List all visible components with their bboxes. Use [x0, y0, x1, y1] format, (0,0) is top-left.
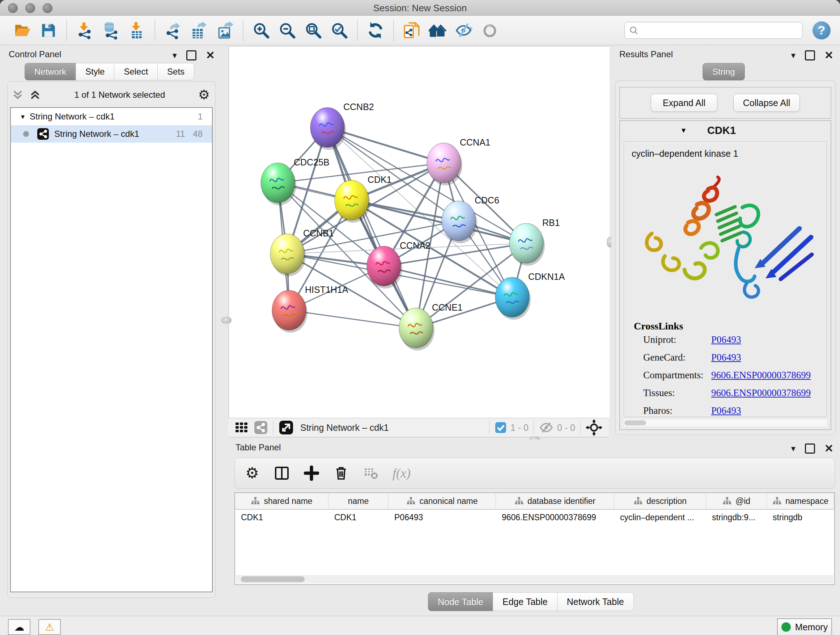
network-node-rb1[interactable]: RB1	[509, 218, 560, 266]
open-view-in-window-icon[interactable]	[279, 420, 294, 435]
tab-select[interactable]: Select	[114, 63, 158, 80]
close-panel-icon[interactable]: ✕	[206, 50, 215, 61]
column-header-database-identifier[interactable]: database identifier	[496, 493, 614, 509]
left-splitter-handle[interactable]	[221, 317, 232, 323]
selected-checkbox-icon[interactable]	[494, 421, 507, 434]
network-node-ccnb2[interactable]: CCNB2	[310, 102, 374, 150]
grid-view-icon[interactable]	[234, 420, 248, 435]
crosslink-value-link[interactable]: P06493	[711, 334, 741, 345]
tab-network-table[interactable]: Network Table	[557, 592, 634, 611]
network-options-gear-icon[interactable]: ⚙	[198, 88, 210, 101]
warnings-button[interactable]: ⚠	[38, 619, 61, 635]
table-cell[interactable]: 9606.ENSP00000378699	[496, 510, 614, 526]
column-header-namespace[interactable]: namespace	[767, 493, 834, 509]
zoom-selected-icon[interactable]	[330, 21, 349, 40]
network-node-cdkn1a[interactable]: CDKN1A	[495, 272, 565, 320]
expand-all-icon[interactable]	[29, 89, 41, 101]
zoom-out-icon[interactable]	[278, 21, 297, 40]
tab-style[interactable]: Style	[76, 63, 114, 80]
network-badge-icon[interactable]	[254, 420, 268, 435]
close-panel-icon[interactable]: ✕	[824, 50, 834, 61]
crosslink-value-link[interactable]: P06493	[711, 352, 741, 363]
export-network-icon[interactable]	[163, 21, 183, 40]
function-builder-icon[interactable]: f(x)	[393, 466, 411, 481]
import-table-from-file-icon[interactable]	[127, 21, 147, 40]
column-header-description[interactable]: description	[614, 493, 706, 509]
add-column-icon[interactable]	[303, 465, 319, 481]
export-image-icon[interactable]	[215, 21, 235, 40]
network-node-cdc6[interactable]: CDC6	[442, 195, 499, 243]
table-cell[interactable]: stringdb:9...	[706, 510, 767, 526]
panel-menu-icon[interactable]: ▾	[791, 51, 796, 60]
tab-sets[interactable]: Sets	[157, 63, 194, 80]
table-row[interactable]: CDK1CDK1P064939606.ENSP00000378699cyclin…	[235, 510, 834, 526]
crosslink-label: GeneCard:	[643, 352, 711, 363]
network-node-cdc25b[interactable]: CDC25B	[261, 157, 330, 205]
cloud-status-button[interactable]: ☁	[8, 619, 30, 635]
table-cell[interactable]: P06493	[388, 510, 496, 526]
node-label: CDKN1A	[528, 272, 565, 282]
results-scrollbar[interactable]	[624, 419, 827, 426]
export-table-icon[interactable]	[189, 21, 209, 40]
open-session-icon[interactable]	[13, 21, 32, 40]
search-box[interactable]	[624, 22, 802, 39]
collapse-all-icon[interactable]	[11, 89, 24, 101]
hide-selected-icon[interactable]	[454, 21, 474, 40]
table-options-gear-icon[interactable]: ⚙	[244, 465, 260, 481]
crosslink-value-link[interactable]: 9606.ENSP00000378699	[711, 370, 811, 381]
network-view-toolbar: String Network – cdk1 1 - 0 0 - 0	[228, 418, 609, 437]
column-header-shared-name[interactable]: shared name	[235, 493, 328, 509]
table-cell[interactable]: stringdb	[767, 510, 834, 526]
home-networks-icon[interactable]	[428, 21, 447, 40]
column-header-name[interactable]: name	[328, 493, 388, 509]
zoom-in-icon[interactable]	[251, 21, 271, 40]
column-header--id[interactable]: @id	[706, 493, 767, 509]
preview-icon[interactable]	[480, 21, 500, 40]
panel-menu-icon[interactable]: ▾	[172, 51, 177, 60]
import-network-from-file-icon[interactable]	[75, 21, 95, 40]
save-session-icon[interactable]	[39, 21, 58, 40]
crosslink-value-link[interactable]: P06493	[711, 405, 741, 416]
column-header-canonical-name[interactable]: canonical name	[388, 493, 496, 509]
network-label: String Network – cdk1	[54, 129, 139, 139]
expand-all-button[interactable]: Expand All	[651, 94, 717, 112]
table-horizontal-scrollbar[interactable]	[236, 575, 834, 584]
show-columns-icon[interactable]	[274, 465, 290, 481]
network-node-ccne1[interactable]: CCNE1	[399, 302, 463, 350]
memory-button[interactable]: Memory	[777, 618, 832, 635]
zoom-fit-icon[interactable]	[303, 21, 323, 40]
float-panel-icon[interactable]	[805, 50, 815, 60]
collection-expand-icon[interactable]: ▾	[21, 112, 25, 121]
entry-collapse-icon[interactable]: ▾	[682, 126, 685, 135]
toolbar-separator	[243, 20, 243, 41]
clone-network-icon[interactable]	[402, 21, 422, 40]
float-panel-icon[interactable]	[186, 50, 196, 60]
close-panel-icon[interactable]: ✕	[824, 443, 834, 454]
network-row-selected[interactable]: String Network – cdk1 11 48	[11, 125, 212, 143]
delete-column-icon[interactable]	[333, 465, 349, 481]
tab-network[interactable]: Network	[25, 63, 76, 80]
float-panel-icon[interactable]	[805, 443, 815, 454]
table-cell[interactable]: CDK1	[235, 510, 328, 526]
hidden-eye-icon[interactable]	[539, 421, 554, 434]
tab-string[interactable]: String	[703, 63, 745, 80]
import-network-from-database-icon[interactable]	[101, 21, 120, 40]
collapse-all-button[interactable]: Collapse All	[733, 94, 800, 112]
delete-table-icon[interactable]	[363, 465, 379, 481]
search-input[interactable]	[638, 25, 798, 36]
table-cell[interactable]: CDK1	[328, 510, 388, 526]
network-collection-row[interactable]: ▾ String Network – cdk1 1	[11, 108, 212, 125]
network-edge[interactable]	[327, 127, 416, 328]
crosslink-value-link[interactable]: 9606.ENSP00000378699	[711, 387, 811, 399]
tab-edge-table[interactable]: Edge Table	[493, 592, 557, 611]
help-button[interactable]: ?	[813, 21, 831, 40]
table-cell[interactable]: cyclin–dependent ...	[614, 510, 706, 526]
network-edge[interactable]	[384, 266, 512, 297]
network-edge[interactable]	[289, 310, 416, 328]
network-node-hist1h1a[interactable]: HIST1H1A	[272, 285, 348, 333]
fit-selected-crosshair-icon[interactable]	[586, 419, 602, 436]
panel-menu-icon[interactable]: ▾	[791, 444, 796, 453]
refresh-view-icon[interactable]	[366, 21, 385, 40]
network-canvas[interactable]: CCNB2CCNA1CDC25BCDK1CDC6RB1CCNB1CCNA2CDK…	[228, 46, 609, 418]
tab-node-table[interactable]: Node Table	[428, 592, 493, 611]
